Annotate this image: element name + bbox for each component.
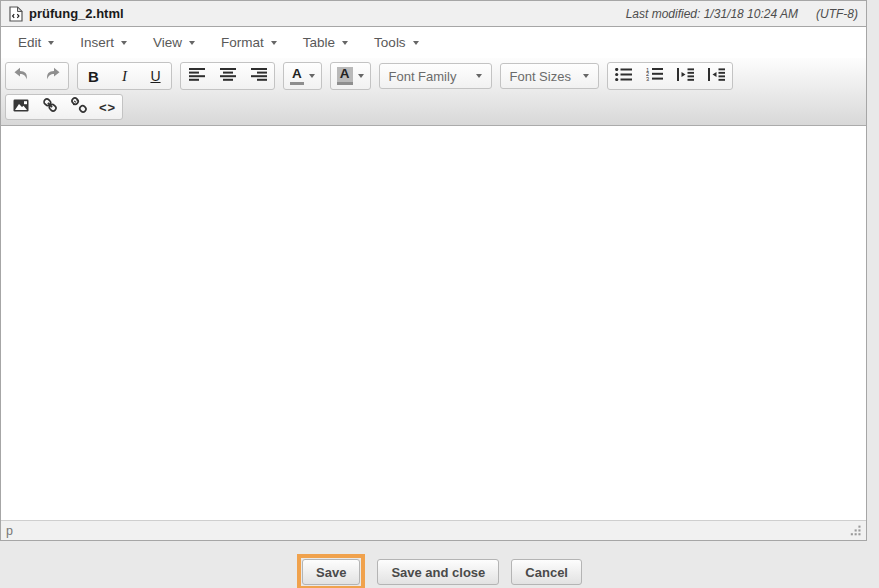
menubar: Edit Insert View Format Table Tools [1,27,866,58]
align-left-button[interactable] [181,63,212,89]
indent-icon [677,67,694,85]
menu-insert[interactable]: Insert [68,28,139,57]
last-modified-label: Last modified: 1/31/18 10:24 AM [626,7,798,21]
element-path-label[interactable]: p [6,524,13,538]
list-indent-group: 1 2 3 [607,62,733,90]
image-icon [13,98,29,116]
undo-icon [13,67,30,85]
background-color-icon: A [337,67,353,85]
save-and-close-button[interactable]: Save and close [377,559,499,585]
chevron-down-icon [189,41,195,45]
code-file-icon [9,6,23,22]
bullet-list-icon [615,67,632,85]
numbered-list-button[interactable]: 1 2 3 [639,63,670,89]
encoding-label: (UTF-8) [816,7,858,21]
chevron-down-icon [121,41,127,45]
source-code-icon: <> [99,100,116,115]
underline-button[interactable]: U [140,63,171,89]
save-button-highlight: Save [297,554,365,588]
align-center-button[interactable] [212,63,243,89]
bold-icon: B [88,68,99,85]
outdent-icon [708,67,725,85]
italic-button[interactable]: I [109,63,140,89]
resize-grip[interactable] [850,525,861,536]
chevron-down-icon [476,74,482,78]
numbered-list-icon: 1 2 3 [646,67,663,85]
indent-button[interactable] [670,63,701,89]
redo-icon [44,67,61,85]
forecolor-split-button: A [283,62,322,90]
text-color-button[interactable]: A [284,63,321,89]
chevron-down-icon [413,41,419,45]
unlink-icon [71,97,87,117]
svg-text:3: 3 [646,76,649,81]
align-right-button[interactable] [243,63,274,89]
chevron-down-icon [358,74,364,78]
bold-button[interactable]: B [78,63,109,89]
unlink-button[interactable] [64,95,93,119]
chevron-down-icon [309,74,315,78]
editor-content-area[interactable] [1,126,866,520]
chevron-down-icon [583,74,589,78]
font-family-select[interactable]: Font Family [379,63,492,89]
menu-view[interactable]: View [141,28,207,57]
alignment-group [180,62,275,90]
menu-edit[interactable]: Edit [6,28,66,57]
outdent-button[interactable] [701,63,732,89]
background-color-button[interactable]: A [331,63,370,89]
chevron-down-icon [48,41,54,45]
document-filename: prüfung_2.html [29,6,124,21]
undo-redo-group [5,62,69,90]
menu-format-label: Format [221,35,264,50]
chevron-down-icon [271,41,277,45]
italic-icon: I [122,68,127,85]
menu-edit-label: Edit [18,35,41,50]
text-color-icon: A [290,67,304,85]
insert-link-button[interactable] [35,95,64,119]
align-center-icon [220,67,236,85]
toolbar-row-1: B I U [5,62,862,90]
source-code-button[interactable]: <> [93,95,122,119]
toolbar-container: B I U [1,58,866,126]
font-sizes-label: Font Sizes [510,69,571,84]
menu-format[interactable]: Format [209,28,289,57]
font-sizes-select[interactable]: Font Sizes [500,63,599,89]
save-button[interactable]: Save [302,559,360,585]
align-right-icon [251,67,267,85]
link-icon [42,97,58,117]
underline-icon: U [150,68,160,84]
undo-button[interactable] [6,63,37,89]
menu-insert-label: Insert [80,35,114,50]
bullet-list-button[interactable] [608,63,639,89]
menu-table-label: Table [303,35,335,50]
insert-image-button[interactable] [6,95,35,119]
titlebar: prüfung_2.html Last modified: 1/31/18 10… [0,0,867,27]
cancel-button[interactable]: Cancel [511,559,582,585]
html-editor: Edit Insert View Format Table Tools [0,27,867,541]
chevron-down-icon [342,41,348,45]
menu-tools[interactable]: Tools [362,28,431,57]
menu-table[interactable]: Table [291,28,360,57]
font-family-label: Font Family [389,69,457,84]
statusbar: p [1,520,866,540]
backcolor-split-button: A [330,62,371,90]
align-left-icon [189,67,205,85]
redo-button[interactable] [37,63,68,89]
toolbar-row-2: <> [5,94,862,120]
menu-view-label: View [153,35,182,50]
menu-tools-label: Tools [374,35,406,50]
footer-actions: Save Save and close Cancel [0,554,879,588]
text-style-group: B I U [77,62,172,90]
insert-tools-group: <> [5,94,123,120]
